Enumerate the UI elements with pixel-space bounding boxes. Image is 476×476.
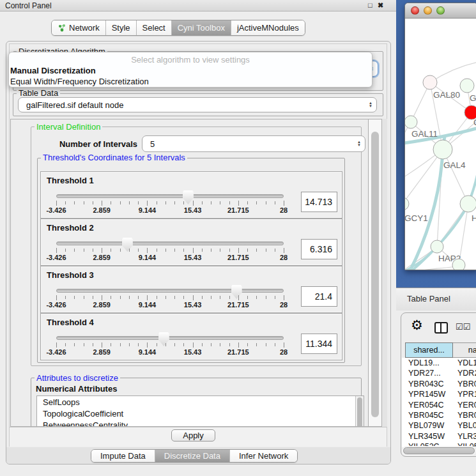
tab-infer-network[interactable]: Infer Network bbox=[229, 450, 297, 462]
slider-tick bbox=[275, 201, 275, 204]
table-row[interactable]: YDL19...YDL19 bbox=[402, 358, 476, 368]
table-row[interactable]: YIL052CYIL052C bbox=[402, 441, 476, 447]
network-window-titlebar[interactable] bbox=[405, 3, 476, 19]
slider-tick bbox=[56, 295, 57, 300]
zoom-traffic-light[interactable] bbox=[436, 6, 445, 15]
attributes-list-scrollbar[interactable] bbox=[355, 396, 364, 427]
network-node-label: GA bbox=[470, 93, 476, 103]
table-panel-titlebar: Table Panel bbox=[396, 288, 476, 311]
tab-network[interactable]: Network bbox=[52, 20, 105, 35]
slider-tick bbox=[247, 249, 248, 252]
threshold-slider-track[interactable] bbox=[56, 289, 284, 293]
control-panel-titlebar: Control Panel □ ✖ bbox=[0, 0, 396, 12]
minimize-traffic-light[interactable] bbox=[424, 6, 432, 15]
slider-tick bbox=[65, 296, 66, 299]
slider-tick-label: 21.715 bbox=[227, 206, 249, 214]
attribute-item-betweennesscentrality[interactable]: BetweennessCentrality bbox=[37, 419, 364, 427]
slider-tick bbox=[183, 201, 184, 204]
threshold-value-field[interactable]: 21.4 bbox=[301, 286, 337, 307]
thresholds-group-title: Threshold's Coordinates for 5 Intervals bbox=[41, 153, 187, 162]
dropdown-hint-item[interactable]: Select algorithm to view settings bbox=[9, 55, 372, 65]
cell-shared-name: YIL052C bbox=[408, 441, 450, 447]
slider-tick-label: 21.715 bbox=[227, 348, 249, 356]
threshold-value-field[interactable]: 11.344 bbox=[301, 334, 337, 354]
slider-tick bbox=[65, 201, 66, 204]
dropdown-option-manual-discretization[interactable]: Manual Discretization bbox=[10, 66, 96, 75]
network-node-gal80[interactable] bbox=[423, 75, 437, 89]
tab-jactivemnodules[interactable]: jActiveMNodules bbox=[231, 20, 305, 35]
slider-tick bbox=[256, 249, 257, 252]
table-row[interactable]: YPR145WYPR145W bbox=[402, 389, 476, 399]
close-traffic-light[interactable] bbox=[411, 6, 419, 15]
attribute-item-topologicalcoefficient[interactable]: TopologicalCoefficient bbox=[37, 408, 364, 419]
table-row[interactable]: YBR045CYBR045C bbox=[402, 410, 476, 420]
tab-impute-data[interactable]: Impute Data bbox=[91, 450, 155, 462]
threshold-slider-thumb[interactable] bbox=[183, 190, 194, 204]
select-checkboxes-icon[interactable]: ☑☑ bbox=[456, 322, 470, 332]
tab-label: Style bbox=[112, 23, 130, 33]
slider-tick bbox=[129, 343, 130, 346]
slider-tick bbox=[84, 296, 84, 299]
table-data-combobox[interactable]: galFiltered.sif default node ▲▼ bbox=[18, 97, 377, 112]
table-row[interactable]: YER054CYER054C bbox=[402, 400, 476, 410]
table-row[interactable]: YLR345WYLR345W bbox=[402, 431, 476, 441]
tab-cyni-toolbox[interactable]: Cyni Toolbox bbox=[171, 20, 231, 35]
attribute-item-selfloops[interactable]: SelfLoops bbox=[37, 396, 364, 408]
table-row[interactable]: YBL079WYBL079W bbox=[402, 420, 476, 431]
slider-tick bbox=[238, 342, 239, 348]
slider-tick bbox=[111, 343, 111, 346]
settings-scrollbar-thumb[interactable] bbox=[371, 132, 379, 417]
network-node-gcy1[interactable] bbox=[405, 197, 409, 210]
float-window-icon[interactable]: □ bbox=[368, 1, 372, 9]
threshold-slider-thumb[interactable] bbox=[158, 332, 169, 346]
close-icon[interactable]: ✖ bbox=[378, 1, 383, 10]
table-row[interactable]: YBR043CYBR043C bbox=[402, 379, 476, 389]
threshold-value-field[interactable]: 14.713 bbox=[301, 192, 337, 212]
tab-label: Select bbox=[142, 23, 165, 33]
columns-icon[interactable] bbox=[434, 322, 448, 334]
network-node-h[interactable] bbox=[460, 196, 476, 212]
tab-style[interactable]: Style bbox=[105, 20, 136, 35]
network-node-hap2[interactable] bbox=[431, 240, 443, 253]
column-header-shared-name[interactable]: shared... bbox=[405, 342, 453, 358]
numerical-attributes-list[interactable]: SelfLoopsTopologicalCoefficientBetweenne… bbox=[36, 395, 364, 427]
tab-discretize-data[interactable]: Discretize Data bbox=[155, 450, 229, 462]
slider-tick bbox=[275, 343, 275, 346]
slider-tick-label: 2.859 bbox=[93, 206, 111, 214]
network-graph[interactable]: GAL80GACGAL11GAL4GCY1HHAP2 bbox=[405, 19, 476, 270]
apply-button[interactable]: Apply bbox=[171, 429, 215, 441]
network-node-ga[interactable] bbox=[460, 79, 474, 93]
gear-icon[interactable]: ⚙ bbox=[411, 318, 423, 332]
threshold-slider-thumb[interactable] bbox=[231, 285, 242, 299]
slider-tick bbox=[165, 249, 166, 252]
numerical-attributes-label: Numerical Attributes bbox=[36, 384, 117, 394]
number-of-intervals-spinner[interactable]: 5 ▲▼ bbox=[142, 135, 365, 152]
screen: Control Panel □ ✖ NetworkStyleSelectCyni… bbox=[0, 0, 476, 476]
slider-tick-label: 9.144 bbox=[139, 301, 157, 309]
node-table-panel: ⚙ ☑☑ shared... name YDL19...YDL19YDR27..… bbox=[401, 312, 476, 457]
network-node-gal4[interactable] bbox=[433, 140, 452, 159]
settings-scrollbar[interactable] bbox=[368, 119, 381, 426]
slider-tick bbox=[193, 201, 194, 206]
attributes-list-scrollbar-thumb[interactable] bbox=[357, 397, 362, 427]
table-row[interactable]: YDR27...YDR27 bbox=[402, 368, 476, 378]
column-header-name[interactable]: name bbox=[453, 342, 476, 358]
network-node[interactable] bbox=[452, 259, 465, 270]
slider-tick-label: 15.43 bbox=[184, 254, 202, 261]
tab-select[interactable]: Select bbox=[136, 20, 171, 35]
slider-tick bbox=[183, 343, 184, 346]
threshold-value-field[interactable]: 6.316 bbox=[301, 239, 337, 259]
dropdown-option-equal-width-frequency[interactable]: Equal Width/Frequency Discretization bbox=[10, 77, 149, 86]
threshold-slider-track[interactable] bbox=[56, 336, 284, 340]
slider-tick-label: -3.426 bbox=[46, 301, 66, 309]
slider-tick-label: 2.859 bbox=[93, 301, 111, 309]
threshold-slider-track[interactable] bbox=[56, 194, 284, 198]
threshold-slider-track[interactable] bbox=[56, 242, 284, 245]
slider-tick bbox=[266, 296, 266, 299]
table-horizontal-scrollbar[interactable] bbox=[403, 447, 475, 454]
slider-tick bbox=[111, 201, 111, 204]
slider-tick bbox=[84, 343, 84, 346]
slider-tick bbox=[183, 296, 184, 299]
network-node-gal11[interactable] bbox=[405, 116, 417, 128]
threshold-slider-thumb[interactable] bbox=[122, 238, 133, 252]
